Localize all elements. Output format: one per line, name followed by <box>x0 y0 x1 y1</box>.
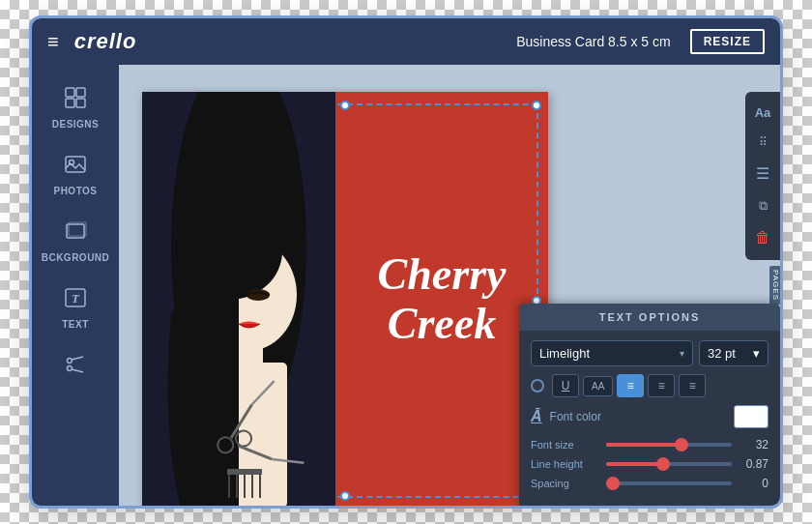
sidebar: DESIGNS PHOTOS <box>32 65 119 506</box>
hamburger-icon[interactable]: ≡ <box>47 31 59 53</box>
panel-body: Limelight ▾ 32 pt ▾ U AA <box>519 331 780 506</box>
designs-label: DESIGNS <box>52 119 100 130</box>
svg-rect-3 <box>76 99 85 107</box>
svg-line-12 <box>72 357 83 360</box>
panel-title: TEXT OPTIONS <box>519 304 780 331</box>
svg-line-13 <box>72 369 83 372</box>
line-height-value: 0.87 <box>740 457 768 471</box>
size-chevron-icon: ▾ <box>753 346 760 361</box>
layers-icon[interactable]: ☰ <box>745 159 780 189</box>
copy-icon[interactable]: ⧉ <box>745 192 780 219</box>
card-image <box>142 92 335 506</box>
font-size-slider[interactable] <box>606 443 732 447</box>
right-mini-panel: Aa ⠿ ☰ ⧉ 🗑 <box>745 92 780 260</box>
scroll-tab[interactable]: PAGES <box>769 266 780 305</box>
underline-button[interactable]: U <box>552 374 579 397</box>
font-name: Limelight <box>539 346 590 361</box>
card-text-area: CherryCreek <box>335 92 548 506</box>
background-icon <box>64 219 87 248</box>
sidebar-item-background[interactable]: BCKGROUND <box>32 208 119 275</box>
sidebar-item-text[interactable]: T TEXT <box>32 275 119 341</box>
scissors-icon <box>64 353 87 382</box>
canvas-area[interactable]: CherryCreek TEXT OPTIONS Limelight ▾ <box>119 65 780 506</box>
svg-rect-1 <box>76 88 85 97</box>
svg-rect-32 <box>227 469 262 475</box>
delete-icon[interactable]: 🗑 <box>745 223 780 252</box>
font-chevron-icon: ▾ <box>680 348 684 359</box>
format-row: U AA ≡ ≡ ≡ <box>531 374 768 397</box>
radio-circle[interactable] <box>531 379 544 393</box>
cherry-creek-text: CherryCreek <box>378 250 507 348</box>
main-content: DESIGNS PHOTOS <box>32 65 780 506</box>
business-card[interactable]: CherryCreek <box>142 92 548 506</box>
color-swatch[interactable] <box>734 405 768 428</box>
svg-point-11 <box>68 366 72 371</box>
text-options-panel: TEXT OPTIONS Limelight ▾ 32 pt ▾ <box>519 304 780 506</box>
text-label: TEXT <box>62 319 89 330</box>
font-color-label: Font color <box>550 410 734 423</box>
font-select[interactable]: Limelight ▾ <box>531 340 693 366</box>
align-left-button[interactable]: ≡ <box>617 374 644 397</box>
resize-button[interactable]: RESIZE <box>690 29 765 54</box>
uppercase-button[interactable]: AA <box>583 376 613 396</box>
sidebar-item-photos[interactable]: PHOTOS <box>32 141 119 208</box>
font-row: Limelight ▾ 32 pt ▾ <box>531 340 768 366</box>
font-size-row: Font size 32 <box>531 438 768 451</box>
logo: crello <box>74 29 137 54</box>
svg-rect-0 <box>66 88 74 97</box>
font-style-button[interactable]: Aa <box>745 100 780 126</box>
spacing-slider[interactable] <box>606 481 732 485</box>
align-right-button[interactable]: ≡ <box>679 374 706 397</box>
spacing-label: Spacing <box>531 478 598 489</box>
photos-icon <box>64 153 87 182</box>
color-row: Ā Font color <box>531 405 768 428</box>
line-height-label: Line height <box>531 458 598 470</box>
font-size-value: 32 <box>740 438 768 451</box>
laptop-frame: ≡ crello Business Card 8.5 x 5 cm RESIZE <box>29 15 783 509</box>
line-height-slider[interactable] <box>606 462 732 466</box>
font-size-label: Font size <box>531 439 598 451</box>
color-label-a: Ā <box>531 408 542 425</box>
sidebar-item-designs[interactable]: DESIGNS <box>32 74 119 141</box>
sidebar-item-extra[interactable] <box>32 341 119 397</box>
align-center-button[interactable]: ≡ <box>648 374 675 397</box>
spacing-value: 0 <box>740 477 768 490</box>
font-size: 32 pt <box>708 346 736 361</box>
size-select[interactable]: 32 pt ▾ <box>699 340 768 366</box>
grid-icon[interactable]: ⠿ <box>745 130 780 155</box>
svg-point-10 <box>68 359 72 364</box>
spacing-row: Spacing 0 <box>531 477 768 490</box>
text-icon: T <box>64 286 87 315</box>
svg-text:T: T <box>72 291 80 306</box>
top-bar: ≡ crello Business Card 8.5 x 5 cm RESIZE <box>32 18 780 65</box>
designs-icon <box>64 86 87 115</box>
background-label: BCKGROUND <box>42 252 110 263</box>
svg-rect-2 <box>66 99 74 107</box>
photos-label: PHOTOS <box>53 186 97 196</box>
laptop-wrapper: ≡ crello Business Card 8.5 x 5 cm RESIZE <box>0 0 812 524</box>
line-height-row: Line height 0.87 <box>531 457 768 471</box>
doc-title: Business Card 8.5 x 5 cm <box>516 34 671 49</box>
